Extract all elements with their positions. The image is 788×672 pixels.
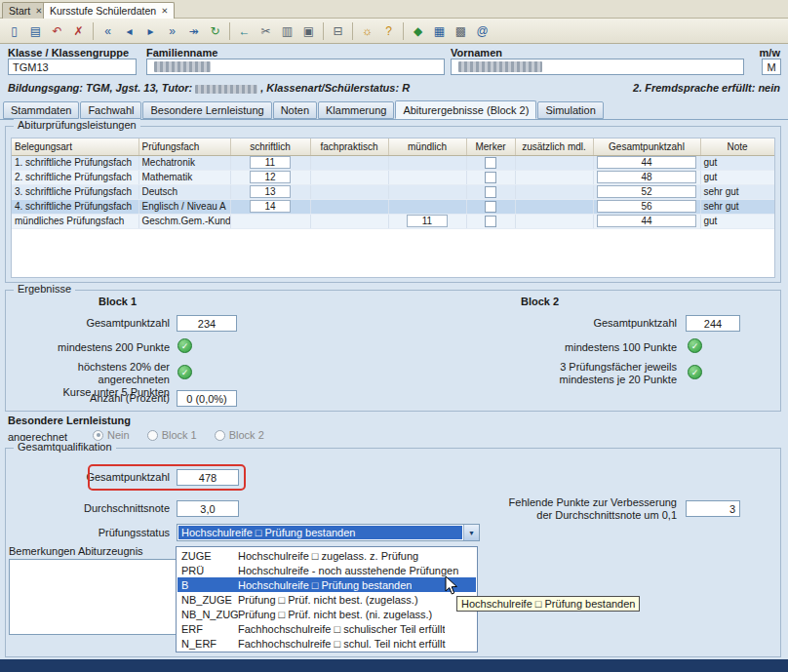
first-record-icon[interactable]: « xyxy=(98,21,118,41)
merker-checkbox[interactable] xyxy=(485,216,496,227)
cell-pruefungsfach: Mathematik xyxy=(138,170,230,184)
tab-noten[interactable]: Noten xyxy=(273,101,317,119)
muendlich-input[interactable]: 11 xyxy=(407,215,448,227)
refresh-icon[interactable]: ↻ xyxy=(205,21,225,41)
tab-fachwahl[interactable]: Fachwahl xyxy=(80,101,141,119)
delete-record-icon[interactable]: ✗ xyxy=(68,21,89,41)
block1-gesamt-label: Gesamtpunktzahl xyxy=(6,317,170,329)
punkte-input[interactable]: 52 xyxy=(597,185,696,198)
tab-besondere-lernleistung[interactable]: Besondere Lernleistung xyxy=(142,101,271,119)
mw-input[interactable]: M xyxy=(762,59,781,75)
undo-icon[interactable]: ↶ xyxy=(47,21,67,41)
cell-note: gut xyxy=(700,214,774,228)
table-row[interactable]: 1. schriftliche Prüfungsfach Mechatronik… xyxy=(12,155,774,170)
merker-checkbox[interactable] xyxy=(485,157,496,169)
block2-title: Block 2 xyxy=(521,296,559,307)
chart-icon[interactable]: ▦ xyxy=(429,21,450,41)
tab-abiturergebnisse[interactable]: Abiturergebnisse (Block 2) xyxy=(395,100,536,119)
window-tab-kursstufe[interactable]: Kursstufe Schülerdaten ✕ xyxy=(43,2,175,19)
previous-record-icon[interactable]: ◂ xyxy=(119,21,139,41)
tab-klammerung[interactable]: Klammerung xyxy=(318,101,394,119)
vornamen-input[interactable] xyxy=(451,59,744,75)
skip-records-icon[interactable]: ↠ xyxy=(183,21,204,41)
klasse-input[interactable]: TGM13 xyxy=(8,59,137,75)
dropdown-item-erf[interactable]: ERF Fachhochschulreife □ schulischer Tei… xyxy=(177,621,476,636)
table-row[interactable]: 2. schriftliche Prüfungsfach Mathematik … xyxy=(12,170,774,184)
cut-icon[interactable]: ✂ xyxy=(256,21,276,41)
col-muendlich[interactable]: mündlich xyxy=(388,138,466,155)
last-record-icon[interactable]: » xyxy=(162,21,182,41)
app-window: Start ✕ Kursstufe Schülerdaten ✕ ▯ ▤ ↶ ✗… xyxy=(0,0,788,672)
paste-icon[interactable]: ▣ xyxy=(298,21,319,41)
col-pruefungsfach[interactable]: Prüfungsfach xyxy=(138,138,230,155)
table-row[interactable]: mündliches Prüfungsfach Geschm.Gem.-Kund… xyxy=(12,214,774,228)
tab-simulation[interactable]: Simulation xyxy=(537,101,603,119)
durchschnittsnote-field: 3,0 xyxy=(177,500,239,517)
lernleistung-title: Besondere Lernleistung xyxy=(8,415,131,426)
table-row-selected[interactable]: 4. schriftliche Prüfungsfach Englisch / … xyxy=(12,199,774,214)
table-row[interactable]: 3. schriftliche Prüfungsfach Deutsch 13 … xyxy=(12,184,774,199)
col-zusaetzlich-mdl[interactable]: zusätzlich mdl. xyxy=(515,138,593,155)
print-icon[interactable]: ⊟ xyxy=(328,21,348,41)
dropdown-item-n-erf[interactable]: N_ERF Fachhochschulreife □ schul. Teil n… xyxy=(177,636,476,651)
cell-belegungsart: mündliches Prüfungsfach xyxy=(12,214,138,228)
email-icon[interactable]: @ xyxy=(472,21,492,41)
save-record-icon[interactable]: ▤ xyxy=(25,21,46,41)
mw-value: M xyxy=(767,61,775,73)
merker-checkbox[interactable] xyxy=(485,172,496,183)
block2-gesamt-label: Gesamtpunktzahl xyxy=(513,317,677,329)
label-line: 3 Prüfungsfächer jeweils xyxy=(513,361,677,374)
col-fachpraktisch[interactable]: fachpraktisch xyxy=(310,138,388,155)
punkte-input[interactable]: 56 xyxy=(597,200,696,213)
dropdown-item-b-selected[interactable]: B Hochschulreife □ Prüfung bestanden xyxy=(177,577,476,592)
schriftlich-input[interactable]: 12 xyxy=(250,171,291,183)
dropdown-item-code: NB_N_ZUGE xyxy=(177,609,238,620)
pruefungsstatus-combobox[interactable]: Hochschulreife □ Prüfung bestanden ▼ xyxy=(177,524,480,541)
dropdown-item-nb-zuge[interactable]: NB_ZUGE Prüfung □ Prüf. nicht best. (zug… xyxy=(177,592,476,607)
toolbar-separator xyxy=(93,22,94,40)
cell-merker xyxy=(466,199,515,214)
punkte-input[interactable]: 44 xyxy=(597,215,696,227)
new-record-icon[interactable]: ▯ xyxy=(4,21,24,41)
col-note[interactable]: Note xyxy=(700,138,774,155)
check-ok-icon: ✓ xyxy=(177,338,192,353)
close-icon[interactable]: ✕ xyxy=(161,7,168,16)
merker-checkbox[interactable] xyxy=(485,186,496,198)
schriftlich-input[interactable]: 13 xyxy=(250,185,291,198)
col-belegungsart[interactable]: Belegungsart xyxy=(12,138,138,155)
dropdown-item-nb-n-zuge[interactable]: NB_N_ZUGE Prüfung □ Prüf. nicht best. (n… xyxy=(177,607,476,621)
punkte-input[interactable]: 48 xyxy=(597,171,696,183)
cell-zusaetzlich-mdl xyxy=(515,199,593,214)
schriftlich-input[interactable]: 14 xyxy=(250,200,291,213)
cell-belegungsart: 4. schriftliche Prüfungsfach xyxy=(12,199,138,214)
calculator-icon[interactable]: ▩ xyxy=(451,21,471,41)
col-merker[interactable]: Merker xyxy=(466,138,515,155)
bemerkungen-textarea[interactable] xyxy=(9,559,177,635)
cell-merker xyxy=(466,170,515,184)
cell-muendlich xyxy=(388,170,466,184)
help-icon[interactable]: ? xyxy=(378,21,399,41)
col-schriftlich[interactable]: schriftlich xyxy=(230,138,310,155)
chevron-down-icon[interactable]: ▼ xyxy=(463,525,479,540)
familienname-redacted xyxy=(154,61,211,72)
dropdown-item-text: Fachhochschulreife □ schulischer Teil er… xyxy=(238,623,445,635)
dropdown-item-prue[interactable]: PRÜ Hochschulreife - noch ausstehende Pr… xyxy=(177,563,476,577)
cell-schriftlich: 11 xyxy=(230,155,310,170)
close-icon[interactable]: ✕ xyxy=(35,7,42,16)
cell-gesamtpunktzahl: 52 xyxy=(593,184,700,199)
vornamen-label: Vornamen xyxy=(451,47,502,59)
col-gesamtpunktzahl[interactable]: Gesamtpunktzahl xyxy=(593,138,700,155)
radio-icon xyxy=(215,430,225,441)
next-record-icon[interactable]: ▸ xyxy=(140,21,161,41)
dropdown-item-zuge[interactable]: ZUGE Hochschulreife □ zugelass. z. Prüfu… xyxy=(177,548,476,563)
copy-icon[interactable]: ▥ xyxy=(277,21,297,41)
pruefungsstatus-label: Prüfungsstatus xyxy=(6,527,170,538)
tab-stammdaten[interactable]: Stammdaten xyxy=(3,101,79,119)
merker-checkbox[interactable] xyxy=(485,201,496,213)
schriftlich-input[interactable]: 11 xyxy=(250,156,291,169)
back-icon[interactable]: ← xyxy=(234,21,255,41)
punkte-input[interactable]: 44 xyxy=(597,156,696,169)
familienname-input[interactable] xyxy=(146,59,445,75)
hint-icon[interactable]: ☼ xyxy=(357,21,377,41)
filter-icon[interactable]: ◆ xyxy=(408,21,428,41)
